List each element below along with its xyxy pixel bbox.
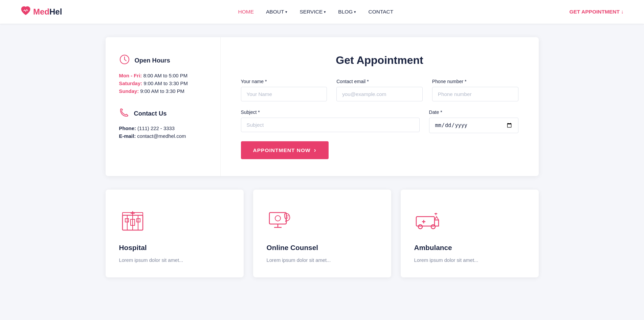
form-row-1: Your name * Contact email * Phone number… [241,79,518,101]
email-label: E-mail: [119,133,136,139]
nav-item-service[interactable]: SERVICE ▾ [299,9,326,15]
appointment-form-area: Get Appointment Your name * Contact emai… [221,37,539,176]
logo[interactable]: MedHel [20,5,62,18]
appointment-now-label: APPOINTMENT NOW [253,147,311,153]
main-content: Open Hours Mon - Fri: 8:00 AM to 5:00 PM… [99,37,546,277]
nav-link-contact[interactable]: CONTACT [368,9,393,15]
day-label-saturday: Saturday: [119,81,142,86]
nav-link-home[interactable]: HOME [238,9,254,15]
form-group-date: Date * [429,109,518,133]
subject-input[interactable] [241,118,420,132]
hospital-desc: Lorem ipsum dolor sit amet... [119,256,230,265]
nav-item-home[interactable]: HOME [238,9,254,15]
logo-hel: Hel [49,7,62,16]
contact-us-heading: Contact Us [134,110,167,117]
form-group-phone: Phone number * [432,79,518,101]
nav-links: HOME ABOUT ▾ SERVICE ▾ BLOG ▾ CONTACT [238,9,393,15]
nav-item-about[interactable]: ABOUT ▾ [266,9,287,15]
service-card-ambulance: Ambulance Lorem ipsum dolor sit amet... [401,190,539,277]
date-label: Date * [429,109,518,115]
appointment-form: Your name * Contact email * Phone number… [241,79,518,159]
name-label: Your name * [241,79,327,84]
form-group-email: Contact email * [336,79,423,101]
phone-icon [119,107,129,120]
hours-item-monfri: Mon - Fri: 8:00 AM to 5:00 PM [119,73,207,78]
hospital-title: Hospital [119,244,230,252]
ambulance-desc: Lorem ipsum dolor sit amet... [414,256,525,265]
svg-line-2 [125,59,126,61]
nav-link-blog[interactable]: BLOG ▾ [338,9,356,15]
service-card-hospital: Hospital Lorem ipsum dolor sit amet... [106,190,244,277]
service-arrow-icon: ▾ [324,10,326,14]
phone-label: Phone: [119,126,136,131]
ambulance-title: Ambulance [414,244,525,252]
form-group-name: Your name * [241,79,327,101]
form-group-subject: Subject * [241,109,420,133]
contact-us-section: Contact Us Phone: (111) 222 - 3333 E-mai… [119,107,207,139]
contact-email: E-mail: contact@medhel.com [119,133,207,139]
clock-icon [119,54,130,67]
day-label-monfri: Mon - Fri: [119,73,142,78]
svg-point-15 [275,216,281,221]
email-input[interactable] [336,87,423,101]
get-appointment-button[interactable]: GET APPOINTMENT ↓ [569,9,624,15]
phone-input[interactable] [432,87,518,101]
online-counsel-icon [267,206,378,234]
svg-point-19 [418,225,422,229]
open-hours-title-row: Open Hours [119,54,207,67]
contact-phone: Phone: (111) 222 - 3333 [119,126,207,131]
nav-item-contact[interactable]: CONTACT [368,9,393,15]
contact-us-title-row: Contact Us [119,107,207,120]
appointment-card: Open Hours Mon - Fri: 8:00 AM to 5:00 PM… [106,37,539,176]
service-card-online-counsel: Online Counsel Lorem ipsum dolor sit ame… [253,190,391,277]
subject-label: Subject * [241,109,420,115]
hospital-icon [119,206,230,234]
logo-med: Med [33,7,49,16]
appointment-form-title: Get Appointment [241,54,518,67]
logo-heart-icon [20,5,31,18]
hours-item-sunday: Sunday: 9:00 AM to 3:30 PM [119,89,207,94]
form-row-2: Subject * Date * [241,109,518,133]
email-value: contact@medhel.com [137,133,186,139]
hours-list: Mon - Fri: 8:00 AM to 5:00 PM Saturday: … [119,73,207,94]
appointment-sidebar: Open Hours Mon - Fri: 8:00 AM to 5:00 PM… [106,37,221,176]
svg-point-20 [431,225,435,229]
hours-item-saturday: Saturday: 9:00 AM to 3:30 PM [119,81,207,86]
open-hours-section: Open Hours Mon - Fri: 8:00 AM to 5:00 PM… [119,54,207,94]
date-input[interactable] [429,118,518,133]
online-counsel-title: Online Counsel [267,244,378,252]
open-hours-heading: Open Hours [135,57,170,64]
ambulance-icon [414,206,525,234]
blog-arrow-icon: ▾ [354,10,356,14]
phone-value: (111) 222 - 3333 [137,126,175,131]
services-row: Hospital Lorem ipsum dolor sit amet... O… [106,190,539,277]
about-arrow-icon: ▾ [285,10,287,14]
navbar: MedHel HOME ABOUT ▾ SERVICE ▾ BLOG ▾ CON… [0,0,644,24]
nav-link-about[interactable]: ABOUT ▾ [266,9,287,15]
email-field-label: Contact email * [336,79,423,84]
nav-item-blog[interactable]: BLOG ▾ [338,9,356,15]
day-label-sunday: Sunday: [119,89,139,94]
appointment-arrow-icon: › [314,147,316,154]
online-counsel-desc: Lorem ipsum dolor sit amet... [267,256,378,265]
appointment-now-button[interactable]: APPOINTMENT NOW › [241,141,329,159]
contact-list: Phone: (111) 222 - 3333 E-mail: contact@… [119,126,207,139]
phone-field-label: Phone number * [432,79,518,84]
name-input[interactable] [241,87,327,101]
svg-rect-12 [269,213,286,224]
nav-link-service[interactable]: SERVICE ▾ [299,9,326,15]
